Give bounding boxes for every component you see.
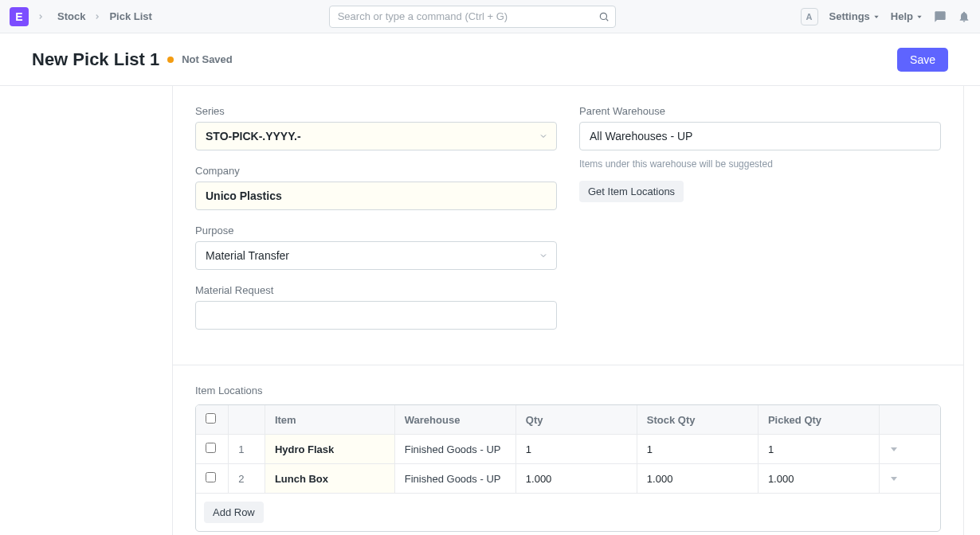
label-company: Company: [195, 165, 557, 177]
field-series: Series STO-PICK-.YYYY.-: [195, 105, 557, 150]
td-warehouse[interactable]: Finished Goods - UP: [395, 464, 516, 494]
th-warehouse: Warehouse: [395, 405, 516, 435]
form-section-main: Series STO-PICK-.YYYY.- Company Unico Pl…: [173, 86, 963, 365]
table-header-row: Item Warehouse Qty Stock Qty Picked Qty: [196, 405, 940, 435]
label-parent-warehouse: Parent Warehouse: [579, 105, 941, 117]
search-icon: [598, 11, 610, 22]
form-col-right: Parent Warehouse All Warehouses - UP Ite…: [579, 105, 941, 330]
td-checkbox: [196, 464, 229, 494]
td-qty[interactable]: 1.000: [516, 464, 637, 494]
td-actions: [880, 435, 940, 464]
caret-down-icon: [873, 14, 880, 20]
chevron-down-icon: [539, 251, 548, 260]
caret-down-icon: [916, 14, 923, 20]
field-purpose: Purpose Material Transfer: [195, 225, 557, 270]
table-row[interactable]: 1 Hydro Flask Finished Goods - UP 1 1 1: [196, 435, 940, 464]
svg-marker-3: [917, 15, 921, 18]
label-material-request: Material Request: [195, 284, 557, 296]
help-label: Help: [891, 10, 913, 22]
parent-warehouse-hint: Items under this warehouse will be sugge…: [579, 158, 941, 170]
material-request-input[interactable]: [195, 301, 557, 330]
svg-marker-5: [891, 477, 897, 481]
th-stock-qty: Stock Qty: [637, 405, 759, 435]
form-body: Series STO-PICK-.YYYY.- Company Unico Pl…: [0, 86, 980, 535]
td-qty[interactable]: 1: [516, 435, 637, 464]
help-menu[interactable]: Help: [891, 10, 923, 22]
td-picked-qty[interactable]: 1: [759, 435, 880, 464]
td-picked-qty[interactable]: 1.000: [759, 464, 880, 494]
svg-marker-4: [891, 447, 897, 451]
chevron-right-icon: [93, 13, 101, 21]
table-section: Item Locations Item Warehouse Qty Stock …: [173, 365, 963, 535]
add-row-button[interactable]: Add Row: [204, 502, 264, 523]
settings-menu[interactable]: Settings: [829, 10, 880, 22]
td-warehouse[interactable]: Finished Goods - UP: [395, 435, 516, 464]
page-header: New Pick List 1 Not Saved Save: [0, 33, 980, 86]
page-title: New Pick List 1: [32, 49, 159, 70]
th-qty: Qty: [516, 405, 637, 435]
bell-icon[interactable]: [958, 10, 970, 23]
form-col-left: Series STO-PICK-.YYYY.- Company Unico Pl…: [195, 105, 557, 330]
row-menu-icon[interactable]: [889, 444, 931, 454]
svg-point-0: [600, 13, 606, 19]
table-label: Item Locations: [195, 385, 941, 396]
td-actions: [880, 464, 940, 494]
search-wrap: [329, 6, 616, 28]
chevron-down-icon: [539, 131, 548, 141]
th-item: Item: [265, 405, 395, 435]
app-logo[interactable]: E: [10, 7, 29, 26]
parent-warehouse-value: All Warehouses - UP: [590, 130, 692, 143]
svg-line-1: [606, 18, 608, 21]
parent-warehouse-input[interactable]: All Warehouses - UP: [579, 122, 941, 150]
item-locations-table: Item Warehouse Qty Stock Qty Picked Qty …: [195, 404, 941, 532]
navbar-left: E Stock Pick List: [10, 7, 157, 26]
chevron-right-icon: [37, 13, 45, 21]
get-item-locations-button[interactable]: Get Item Locations: [579, 181, 684, 202]
breadcrumb: Stock Pick List: [53, 10, 157, 22]
row-menu-icon[interactable]: [889, 474, 931, 483]
row-checkbox[interactable]: [206, 472, 216, 482]
save-button[interactable]: Save: [897, 48, 948, 72]
breadcrumb-stock[interactable]: Stock: [53, 10, 90, 22]
table-footer-row: Add Row: [196, 494, 940, 531]
select-all-checkbox[interactable]: [206, 413, 216, 424]
field-company: Company Unico Plastics: [195, 165, 557, 210]
td-index: 2: [229, 464, 265, 494]
navbar-center: [157, 6, 788, 28]
user-initial: A: [806, 12, 813, 21]
row-checkbox[interactable]: [206, 443, 216, 453]
purpose-value: Material Transfer: [206, 249, 289, 262]
td-item[interactable]: Lunch Box: [265, 464, 395, 494]
td-index: 1: [229, 435, 265, 464]
label-series: Series: [195, 105, 557, 117]
settings-label: Settings: [829, 10, 870, 22]
status-badge: Not Saved: [182, 53, 233, 65]
series-value: STO-PICK-.YYYY.-: [206, 130, 301, 143]
navbar-right: A Settings Help: [801, 8, 970, 25]
form-container: Series STO-PICK-.YYYY.- Company Unico Pl…: [172, 86, 964, 535]
table-row[interactable]: 2 Lunch Box Finished Goods - UP 1.000 1.…: [196, 464, 940, 494]
field-material-request: Material Request: [195, 284, 557, 330]
svg-marker-2: [874, 15, 878, 18]
company-input[interactable]: Unico Plastics: [195, 182, 557, 210]
company-value: Unico Plastics: [206, 189, 282, 202]
th-index: [229, 405, 265, 435]
label-purpose: Purpose: [195, 225, 557, 236]
logo-letter: E: [15, 10, 22, 23]
navbar: E Stock Pick List A Settings Help: [0, 0, 980, 33]
field-parent-warehouse: Parent Warehouse All Warehouses - UP Ite…: [579, 105, 941, 202]
search-input[interactable]: [329, 6, 616, 28]
td-footer: Add Row: [196, 494, 940, 531]
breadcrumb-pick-list[interactable]: Pick List: [104, 10, 156, 22]
user-avatar[interactable]: A: [801, 8, 818, 25]
td-stock-qty[interactable]: 1.000: [637, 464, 759, 494]
status-indicator-icon: [167, 57, 174, 63]
td-stock-qty[interactable]: 1: [637, 435, 759, 464]
series-select[interactable]: STO-PICK-.YYYY.-: [195, 122, 557, 150]
td-checkbox: [196, 435, 229, 464]
chat-icon[interactable]: [934, 10, 947, 23]
th-actions: [880, 405, 940, 435]
td-item[interactable]: Hydro Flask: [265, 435, 395, 464]
page-title-wrap: New Pick List 1 Not Saved: [32, 49, 233, 70]
purpose-select[interactable]: Material Transfer: [195, 241, 557, 270]
